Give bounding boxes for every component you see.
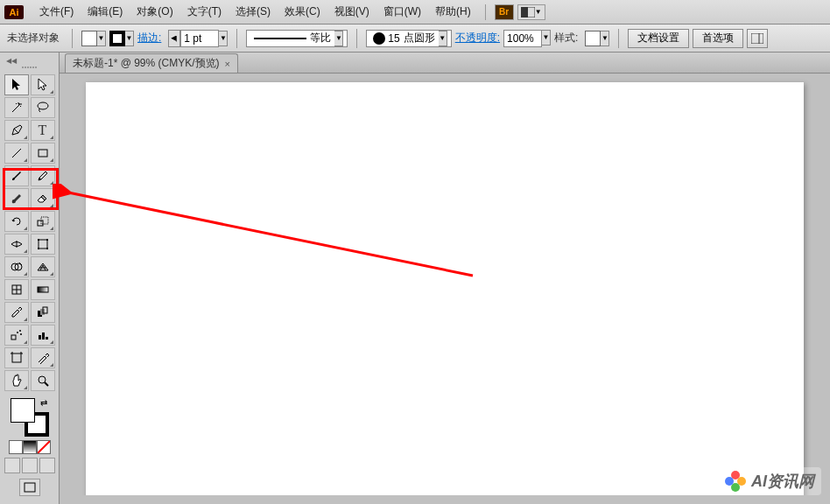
- style-swatch[interactable]: [585, 31, 601, 46]
- document-setup-button[interactable]: 文档设置: [628, 29, 689, 48]
- menu-edit[interactable]: 编辑(E): [81, 1, 130, 23]
- artboard-tool[interactable]: [4, 347, 29, 368]
- svg-point-27: [19, 330, 21, 332]
- panel-toggle-button[interactable]: [747, 29, 768, 48]
- brush-dropdown[interactable]: 15 点圆形 ▼: [366, 30, 451, 47]
- scale-tool[interactable]: [31, 211, 55, 232]
- dropdown-arrow-icon[interactable]: ▼: [97, 31, 106, 46]
- svg-rect-2: [751, 33, 763, 44]
- menu-view[interactable]: 视图(V): [327, 1, 376, 23]
- swap-colors-icon[interactable]: ⇄: [40, 398, 47, 408]
- layout-button[interactable]: ▼: [517, 4, 545, 20]
- lasso-tool[interactable]: [31, 97, 55, 118]
- close-icon[interactable]: ×: [225, 59, 230, 69]
- opacity-input-group[interactable]: ▼: [503, 30, 551, 47]
- color-mode-solid[interactable]: [9, 440, 23, 454]
- type-tool[interactable]: T: [31, 120, 55, 141]
- screen-mode-button[interactable]: [19, 479, 40, 496]
- menu-effect[interactable]: 效果(C): [278, 1, 327, 23]
- fill-swatch-group[interactable]: ▼: [81, 31, 106, 46]
- svg-rect-11: [39, 240, 47, 248]
- stroke-profile-dropdown[interactable]: 等比 ▼: [246, 30, 348, 47]
- stroke-label[interactable]: 描边:: [137, 31, 161, 46]
- svg-rect-13: [46, 239, 48, 241]
- draw-modes-row: [4, 458, 55, 473]
- gradient-tool[interactable]: [31, 279, 55, 300]
- svg-rect-30: [42, 332, 45, 340]
- blend-tool[interactable]: [31, 302, 55, 323]
- app-logo: Ai: [4, 5, 24, 19]
- shape-builder-tool[interactable]: [4, 256, 29, 277]
- svg-rect-29: [39, 335, 41, 340]
- svg-point-26: [17, 332, 18, 333]
- stroke-swatch-group[interactable]: ▼: [109, 31, 134, 46]
- rotate-tool[interactable]: [4, 211, 29, 232]
- svg-rect-7: [39, 150, 47, 157]
- svg-point-28: [20, 333, 22, 335]
- svg-rect-21: [38, 287, 48, 292]
- separator: [72, 29, 73, 48]
- watermark-text: AI资讯网: [751, 471, 814, 492]
- main-area: ◀◀ T: [0, 52, 830, 504]
- fill-color-icon[interactable]: [11, 398, 35, 423]
- color-mode-none[interactable]: [37, 440, 51, 454]
- selection-tool[interactable]: [4, 74, 29, 95]
- preferences-button[interactable]: 首选项: [693, 29, 743, 48]
- rectangle-tool[interactable]: [31, 143, 55, 164]
- stepper-down-icon[interactable]: ⯇: [168, 30, 180, 47]
- free-transform-tool[interactable]: [31, 234, 55, 255]
- perspective-grid-tool[interactable]: [31, 256, 55, 277]
- document-tab[interactable]: 未标题-1* @ 99% (CMYK/预览) ×: [65, 53, 238, 73]
- eraser-tool[interactable]: [31, 188, 55, 209]
- eyedropper-tool[interactable]: [4, 302, 29, 323]
- menu-type[interactable]: 文字(T): [180, 1, 229, 23]
- menu-select[interactable]: 选择(S): [229, 1, 278, 23]
- svg-rect-15: [46, 248, 48, 249]
- direct-selection-tool[interactable]: [31, 74, 55, 95]
- stroke-weight-stepper[interactable]: ⯇ ▼: [168, 30, 228, 47]
- zoom-tool[interactable]: [31, 370, 55, 391]
- menu-object[interactable]: 对象(O): [130, 1, 179, 23]
- stroke-weight-input[interactable]: [180, 30, 219, 47]
- slice-tool[interactable]: [31, 347, 55, 368]
- panel-grip-icon[interactable]: [12, 66, 47, 72]
- fill-swatch[interactable]: [81, 31, 97, 46]
- stroke-swatch[interactable]: [109, 31, 125, 46]
- menu-help[interactable]: 帮助(H): [428, 1, 478, 23]
- draw-inside-icon[interactable]: [39, 458, 55, 473]
- fill-stroke-control[interactable]: ⇄: [11, 398, 49, 437]
- blob-brush-tool[interactable]: [4, 188, 29, 209]
- width-tool[interactable]: [4, 234, 29, 255]
- document-area: 未标题-1* @ 99% (CMYK/预览) ×: [60, 52, 830, 504]
- menu-window[interactable]: 窗口(W): [376, 1, 428, 23]
- layout-icon: [521, 7, 535, 18]
- dropdown-arrow-icon[interactable]: ▼: [542, 30, 551, 46]
- draw-behind-icon[interactable]: [22, 458, 38, 473]
- menu-file[interactable]: 文件(F): [32, 1, 81, 23]
- hand-tool[interactable]: [4, 370, 29, 391]
- pencil-tool[interactable]: [31, 165, 55, 186]
- pen-tool[interactable]: [4, 120, 29, 141]
- column-graph-tool[interactable]: [31, 325, 55, 346]
- dropdown-arrow-icon[interactable]: ▼: [439, 31, 447, 46]
- color-mode-gradient[interactable]: [23, 440, 37, 454]
- style-swatch-group[interactable]: ▼: [585, 31, 609, 46]
- dropdown-arrow-icon[interactable]: ▼: [125, 31, 134, 46]
- dropdown-arrow-icon[interactable]: ▼: [334, 31, 343, 46]
- bridge-button[interactable]: Br: [495, 4, 514, 20]
- canvas-viewport[interactable]: [68, 74, 821, 495]
- tab-title: 未标题-1* @ 99% (CMYK/预览): [73, 56, 220, 71]
- line-tool[interactable]: [4, 143, 29, 164]
- draw-normal-icon[interactable]: [4, 458, 20, 473]
- mesh-tool[interactable]: [4, 279, 29, 300]
- paintbrush-tool[interactable]: [4, 165, 29, 186]
- opacity-label[interactable]: 不透明度:: [455, 31, 500, 46]
- panel-collapse-icon[interactable]: ◀◀: [3, 56, 20, 65]
- separator: [236, 29, 237, 48]
- symbol-sprayer-tool[interactable]: [4, 325, 29, 346]
- dropdown-arrow-icon[interactable]: ▼: [601, 31, 609, 46]
- magic-wand-tool[interactable]: [4, 97, 29, 118]
- opacity-input[interactable]: [503, 30, 542, 47]
- dropdown-arrow-icon[interactable]: ▼: [219, 31, 228, 46]
- artboard[interactable]: [86, 82, 804, 495]
